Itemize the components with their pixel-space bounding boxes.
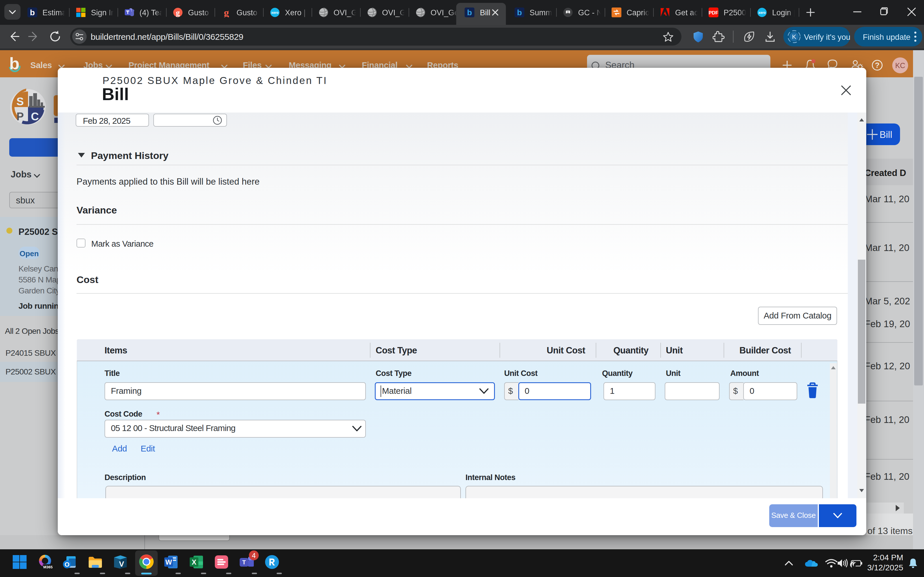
svg-text:g: g	[224, 8, 229, 17]
svg-text:W: W	[165, 558, 172, 566]
svg-text:V: V	[119, 560, 124, 568]
svg-text:b: b	[517, 8, 522, 17]
svg-text:K: K	[792, 33, 796, 40]
svg-text:P: P	[16, 111, 24, 122]
svg-text:T: T	[242, 559, 246, 566]
svg-text:xero: xero	[758, 11, 766, 15]
svg-text:M365: M365	[43, 565, 53, 569]
svg-text:O: O	[65, 561, 69, 568]
svg-text:xero: xero	[271, 11, 278, 15]
svg-text:PDF: PDF	[709, 10, 719, 16]
svg-text:b: b	[30, 8, 35, 17]
svg-text:X: X	[192, 558, 196, 566]
svg-text:C: C	[31, 111, 39, 122]
svg-text:?: ?	[875, 61, 880, 69]
svg-text:g: g	[176, 8, 180, 17]
svg-text:b: b	[9, 54, 19, 72]
svg-text:S: S	[16, 95, 24, 108]
svg-text:b: b	[467, 8, 472, 17]
